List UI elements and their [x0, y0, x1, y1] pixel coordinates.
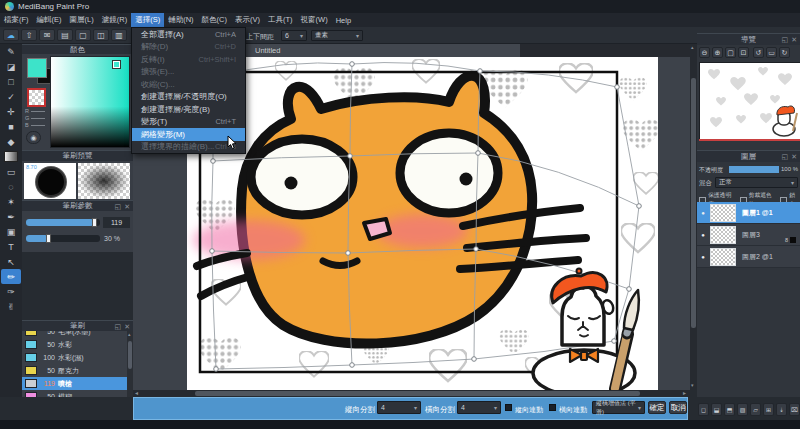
menu-item-transform[interactable]: 變形(T)Ctrl+T: [132, 116, 245, 129]
reset-rotation-icon[interactable]: ▭: [766, 47, 777, 58]
screencast-icon[interactable]: ▤: [57, 29, 73, 41]
tool-airbrush-selected[interactable]: ✏: [1, 269, 21, 284]
unit-dropdown[interactable]: 畫素▾: [311, 30, 363, 41]
document-icon[interactable]: ▢: [75, 29, 91, 41]
palette-icon[interactable]: ◉: [26, 131, 41, 144]
tool-shape-fill[interactable]: ■: [1, 119, 21, 134]
tool-magic-wand[interactable]: ✶: [1, 194, 21, 209]
copy-icon[interactable]: ◫: [93, 29, 109, 41]
brush-row[interactable]: 50壓克力: [22, 364, 127, 377]
h-split-dropdown[interactable]: 4▾: [457, 401, 501, 414]
brush-size-slider-handle[interactable]: [92, 218, 97, 227]
layer-row-selected[interactable]: ● 圖層1 @1: [697, 202, 800, 224]
menu-tool[interactable]: 工具(T): [264, 15, 297, 25]
foreground-color-swatch[interactable]: [27, 58, 47, 78]
popout-icon[interactable]: ◱: [782, 36, 789, 43]
menu-file[interactable]: 檔案(F): [0, 15, 33, 25]
color-gradient-picker[interactable]: [50, 56, 130, 148]
menu-select-active[interactable]: 選擇(S): [131, 13, 164, 27]
navigator-thumbnail[interactable]: [699, 62, 800, 140]
popout-icon[interactable]: ◱: [115, 323, 122, 330]
cancel-button[interactable]: 取消: [669, 401, 687, 414]
fit-screen-icon[interactable]: ▢: [725, 47, 736, 58]
scroll-right-icon[interactable]: ▸: [683, 390, 686, 397]
duplicate-layer-icon[interactable]: ⊞: [763, 403, 774, 416]
menu-assist[interactable]: 輔助(N): [164, 15, 197, 25]
layer-row[interactable]: ● 圖層3 8: [697, 224, 800, 246]
tool-bucket[interactable]: ◆: [1, 134, 21, 149]
menu-item-contract[interactable]: 收縮(C)...: [132, 78, 245, 91]
popout-icon[interactable]: ◱: [782, 153, 789, 160]
close-icon[interactable]: ✕: [791, 153, 797, 160]
rotate-right-icon[interactable]: ↻: [779, 47, 790, 58]
eye-icon[interactable]: ●: [699, 232, 707, 238]
tool-lasso[interactable]: ◌: [1, 179, 21, 194]
brush-row[interactable]: 50水彩: [22, 338, 127, 351]
layer-row[interactable]: ● 圖層2 @1: [697, 246, 800, 268]
tool-rect-select[interactable]: □: [1, 74, 21, 89]
panel-settings-icon[interactable]: ▥: [111, 29, 127, 41]
r-slider[interactable]: R: [25, 108, 45, 114]
layer-folder-icon[interactable]: ▱: [750, 403, 761, 416]
spacing-value-dropdown[interactable]: 6▾: [281, 30, 307, 41]
v-split-dropdown[interactable]: 4▾: [377, 401, 421, 414]
layer-up-icon[interactable]: ⬓: [711, 403, 722, 416]
canvas-artwork[interactable]: [187, 57, 658, 390]
export-icon[interactable]: ⇧: [21, 29, 37, 41]
tool-brush[interactable]: ✎: [1, 44, 21, 59]
delete-layer-icon[interactable]: ⌧: [789, 403, 800, 416]
menu-color[interactable]: 顏色(C): [198, 15, 231, 25]
comment-icon[interactable]: ✉: [39, 29, 55, 41]
brush-row-selected[interactable]: 119噴槍: [22, 377, 127, 390]
close-icon[interactable]: ✕: [124, 323, 130, 330]
hscrollbar-thumb[interactable]: [195, 391, 640, 396]
canvas-tab[interactable]: Untitled: [243, 44, 520, 57]
menu-edit[interactable]: 編輯(E): [33, 15, 66, 25]
eye-icon[interactable]: ●: [699, 210, 707, 216]
actual-size-icon[interactable]: ⊡: [738, 47, 749, 58]
vscrollbar-thumb[interactable]: [691, 78, 696, 328]
menu-item-select-all[interactable]: 全部選擇(A)Ctrl+A: [132, 28, 245, 41]
tool-pencil[interactable]: ✑: [1, 284, 21, 299]
eye-icon[interactable]: ●: [699, 254, 707, 260]
tool-select-pen[interactable]: ✓: [1, 89, 21, 104]
tool-pen-edit[interactable]: ✒: [1, 209, 21, 224]
transparent-color-swatch[interactable]: [27, 88, 46, 107]
zoom-out-icon[interactable]: ⊖: [699, 47, 710, 58]
popout-icon[interactable]: ◱: [115, 203, 122, 210]
v-link-checkbox[interactable]: [505, 404, 512, 411]
menu-filter[interactable]: 濾鏡(R): [98, 15, 131, 25]
tool-marquee[interactable]: ▭: [1, 164, 21, 179]
canvas-vscrollbar[interactable]: ▴ ▾: [690, 44, 697, 390]
merge-layer-icon[interactable]: ⇣: [776, 403, 787, 416]
menu-item-selection-from-opacity[interactable]: 創建選擇層/不透明度(O): [132, 91, 245, 104]
close-icon[interactable]: ✕: [791, 36, 797, 43]
tool-eraser[interactable]: ◪: [1, 59, 21, 74]
scroll-down-icon[interactable]: ▾: [691, 382, 694, 388]
menu-item-deselect[interactable]: 解除(D)Ctrl+D: [132, 41, 245, 54]
brush-scrollbar-thumb[interactable]: [128, 341, 132, 369]
cloud-icon[interactable]: ☁: [3, 29, 19, 41]
layer-down-icon[interactable]: ⬒: [724, 403, 735, 416]
zoom-in-icon[interactable]: ⊕: [712, 47, 723, 58]
brush-opacity-slider[interactable]: [26, 235, 100, 242]
tool-hand[interactable]: ✌: [1, 299, 21, 314]
brush-opacity-slider-handle[interactable]: [46, 234, 51, 243]
new-layer-icon[interactable]: ◻: [698, 403, 709, 416]
menu-view[interactable]: 表示(V): [231, 15, 264, 25]
blend-mode-dropdown[interactable]: 正常▾: [715, 177, 798, 188]
scroll-up-icon[interactable]: ▴: [691, 44, 694, 50]
color-picker-marker[interactable]: [113, 61, 120, 68]
interpolation-dropdown[interactable]: 縱橫增值法 (平滑)▾: [592, 401, 645, 414]
ok-button[interactable]: 確定: [648, 401, 666, 414]
b-slider[interactable]: B: [25, 122, 45, 128]
brush-row[interactable]: 100水彩(濕): [22, 351, 127, 364]
tool-gradient[interactable]: [1, 149, 21, 164]
tool-stamp[interactable]: ▣: [1, 224, 21, 239]
tool-text[interactable]: T: [1, 239, 21, 254]
halftone-layer-icon[interactable]: ▨: [737, 403, 748, 416]
brush-size-slider[interactable]: [26, 219, 100, 226]
tool-move[interactable]: ✛: [1, 104, 21, 119]
scroll-up-icon[interactable]: ▴: [128, 331, 131, 337]
canvas-hscrollbar[interactable]: ◂ ▸: [133, 390, 690, 397]
